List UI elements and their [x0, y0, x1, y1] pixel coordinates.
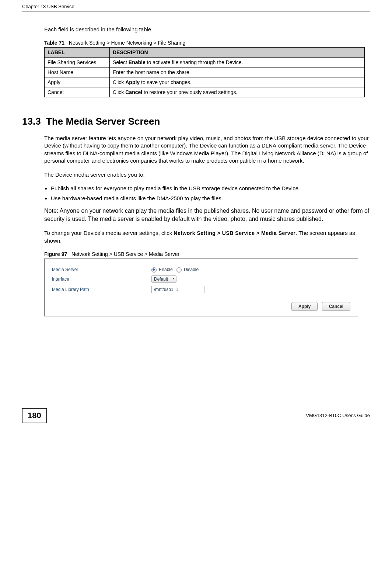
label-media-server: Media Server :: [52, 266, 151, 274]
page-header: Chapter 13 USB Service: [22, 0, 370, 11]
cell-desc: Click Cancel to restore your previously …: [110, 87, 365, 97]
page-footer: 180 VMG1312-B10C User's Guide: [22, 405, 370, 430]
bullet-list: Publish all shares for everyone to play …: [44, 185, 370, 201]
label-interface: Interface :: [52, 274, 151, 284]
button-row: Apply Cancel: [52, 302, 350, 311]
paragraph-2: The Device media server enables you to:: [44, 171, 370, 178]
interface-select[interactable]: Default: [151, 275, 176, 283]
cancel-button[interactable]: Cancel: [322, 302, 350, 311]
th-description: DESCRIPTION: [110, 48, 365, 58]
cell-desc: Enter the host name on the share.: [110, 67, 365, 77]
cell-desc: Click Apply to save your changes.: [110, 77, 365, 87]
intro-paragraph: Each field is described in the following…: [44, 26, 370, 32]
cell-desc: Select Enable to activate file sharing t…: [110, 58, 365, 67]
table-caption-text: Network Setting > Home Networking > File…: [69, 40, 186, 46]
table-number: Table 71: [44, 40, 64, 46]
cell-label: Host Name: [45, 67, 110, 77]
th-label: LABEL: [45, 48, 110, 58]
figure-caption-text: Network Setting > USB Service > Media Se…: [71, 251, 179, 257]
table-row: File Sharing Services Select Enable to a…: [45, 58, 365, 67]
list-item: Publish all shares for everyone to play …: [51, 185, 370, 191]
section-number: 13.3: [22, 116, 41, 127]
radio-enable-label: Enable: [159, 267, 172, 272]
table-row: Apply Click Apply to save your changes.: [45, 77, 365, 87]
table-header-row: LABEL DESCRIPTION: [45, 48, 365, 58]
list-item: Use hardware-based media clients like th…: [51, 195, 370, 201]
section-heading: 13.3 The Media Server Screen: [22, 116, 370, 127]
chapter-label: Chapter 13 USB Service: [22, 4, 74, 9]
section-title: The Media Server Screen: [46, 116, 160, 127]
radio-disable-label: Disable: [184, 267, 199, 272]
label-media-library-path: Media Library Path :: [52, 284, 151, 295]
table-row: Host Name Enter the host name on the sha…: [45, 67, 365, 77]
figure-number: Figure 97: [44, 251, 67, 257]
radio-enable[interactable]: [151, 267, 157, 273]
table-71: LABEL DESCRIPTION File Sharing Services …: [44, 47, 365, 97]
cell-label: Apply: [45, 77, 110, 87]
table-caption: Table 71 Network Setting > Home Networki…: [44, 40, 370, 46]
paragraph-3: To change your Device's media server set…: [44, 229, 370, 244]
paragraph-1: The media server feature lets anyone on …: [44, 135, 370, 164]
note-paragraph: Note: Anyone on your network can play th…: [44, 207, 370, 223]
figure-caption: Figure 97 Network Setting > USB Service …: [44, 251, 370, 257]
radio-disable[interactable]: [176, 267, 182, 273]
media-library-path-input[interactable]: /mnt/usb1_1: [151, 286, 204, 293]
page-number: 180: [22, 408, 47, 423]
apply-button[interactable]: Apply: [291, 302, 318, 311]
nav-path: Network Setting > USB Service > Media Se…: [174, 230, 295, 236]
cell-label: Cancel: [45, 87, 110, 97]
table-row: Cancel Click Cancel to restore your prev…: [45, 87, 365, 97]
cell-label: File Sharing Services: [45, 58, 110, 67]
media-server-radios: Enable Disable: [151, 266, 350, 274]
guide-title: VMG1312-B10C User's Guide: [306, 413, 370, 418]
figure-97-screenshot: Media Server : Enable Disable Interface …: [44, 259, 358, 316]
